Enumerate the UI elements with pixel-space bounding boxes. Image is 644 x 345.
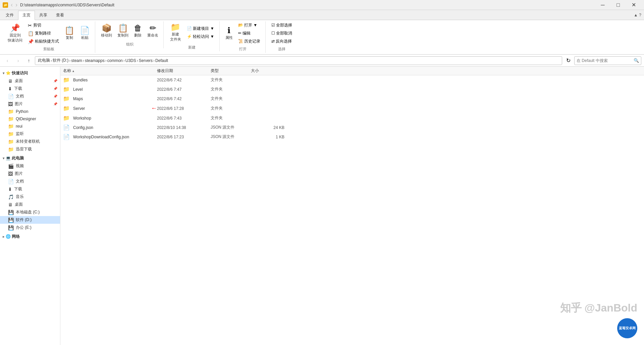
sidebar-section-network: ▸ 🌐 网络 xyxy=(0,233,60,240)
title-forward-btn[interactable]: › xyxy=(15,1,18,8)
crumb-steamapps[interactable]: steamapps xyxy=(85,58,105,63)
paste-button[interactable]: 📄 粘贴 xyxy=(77,25,92,42)
col-header-name[interactable]: 名称 ▴ xyxy=(63,68,157,74)
table-row[interactable]: 📄 Config.json 2022/8/10 14:38 JSON 源文件 2… xyxy=(60,123,644,132)
window-controls: ─ □ ✕ xyxy=(595,0,641,10)
sidebar-item-qtdesigner[interactable]: 📁 QtDesigner xyxy=(0,115,60,123)
sidebar-item-xunlei[interactable]: 📁 迅雷下载 xyxy=(0,145,60,153)
crumb-steam[interactable]: steam xyxy=(71,58,82,63)
pin-to-quickaccess-button[interactable]: 📌 固定到快速访问 xyxy=(5,22,25,45)
table-row[interactable]: 📁 Workshop 2022/8/6 7:43 文件夹 xyxy=(60,114,644,123)
sidebar-item-unturned-label: 未转变者联机 xyxy=(16,139,40,144)
sidebar-thispc-header[interactable]: ▾ 💻 此电脑 xyxy=(0,154,60,162)
crumb-computer[interactable]: 此电脑 xyxy=(38,58,50,63)
crumb-u3ds[interactable]: U3DS xyxy=(125,58,136,63)
file-type-cell: 文件夹 xyxy=(211,77,251,83)
col-header-type[interactable]: 类型 xyxy=(211,68,251,74)
sidebar-item-downloads2[interactable]: ⬇ 下载 xyxy=(0,185,60,193)
quickaccess-arrow: ▾ xyxy=(3,71,4,75)
tab-file[interactable]: 文件 xyxy=(1,11,18,20)
refresh-button[interactable]: ↻ xyxy=(564,56,573,65)
sidebar-item-pictures2[interactable]: 🖼 图片 xyxy=(0,170,60,178)
copy-to-button[interactable]: 📋 复制到 xyxy=(115,22,131,40)
sidebar-item-monitor[interactable]: 📁 监听 xyxy=(0,130,60,138)
sidebar-item-docs2-label: 文档 xyxy=(16,179,24,184)
easy-access-button[interactable]: ⚡ 轻松访问 ▼ xyxy=(184,33,217,41)
properties-button[interactable]: ℹ 属性 xyxy=(223,25,235,42)
reui-folder-icon: 📁 xyxy=(8,124,14,129)
sidebar-item-music-label: 音乐 xyxy=(16,194,24,200)
maximize-button[interactable]: □ xyxy=(610,0,626,10)
crumb-drive[interactable]: 软件 (D:) xyxy=(53,58,68,63)
tab-view[interactable]: 查看 xyxy=(52,11,68,20)
open-button[interactable]: 📂 打开 ▼ xyxy=(236,21,263,29)
ribbon-expand-btn[interactable]: ▲ xyxy=(634,13,638,17)
new-item-button[interactable]: 📄 新建项目 ▼ xyxy=(184,25,217,32)
forward-button[interactable]: › xyxy=(13,56,23,65)
col-header-size[interactable]: 大小 xyxy=(251,68,284,74)
unturned-folder-icon: 📁 xyxy=(8,139,14,144)
sidebar-item-downloads1[interactable]: ⬇ 下载 📌 xyxy=(0,85,60,92)
sidebar-item-docs1[interactable]: 📄 文档 📌 xyxy=(0,92,60,100)
rename-button[interactable]: ✏ 重命名 xyxy=(145,22,161,40)
sidebar-item-drive-c[interactable]: 💾 本地磁盘 (C:) xyxy=(0,208,60,216)
paste-shortcut-button[interactable]: 📌 粘贴快捷方式 xyxy=(25,38,61,45)
file-size-cell: 24 KB xyxy=(251,125,284,130)
moveto-icon: 📦 xyxy=(102,24,112,32)
close-button[interactable]: ✕ xyxy=(626,0,641,10)
ribbon-help-btn[interactable]: ? xyxy=(639,13,641,17)
crumb-common[interactable]: common xyxy=(107,58,123,63)
thispc-label: 💻 此电脑 xyxy=(6,155,24,161)
sidebar-item-python[interactable]: 📁 Python xyxy=(0,108,60,115)
invert-selection-button[interactable]: ⇄ 反向选择 xyxy=(269,38,294,45)
delete-button[interactable]: 🗑 删除 xyxy=(131,22,144,40)
file-rows: 📁 Bundles 2022/8/6 7:42 文件夹 📁 Level 2022… xyxy=(60,75,644,142)
history-button[interactable]: 📜 历史记录 xyxy=(236,38,263,45)
sidebar-item-drive-e[interactable]: 💾 办公 (E:) xyxy=(0,224,60,231)
table-row[interactable]: 📁 Bundles 2022/8/6 7:42 文件夹 xyxy=(60,75,644,85)
edit-button[interactable]: ✏ 编辑 xyxy=(236,29,263,37)
up-button[interactable]: ↑ xyxy=(24,56,34,65)
table-row[interactable]: 📁 Server ← 2022/8/6 17:28 文件夹 xyxy=(60,104,644,114)
sidebar-network-header[interactable]: ▸ 🌐 网络 xyxy=(0,233,60,240)
search-box[interactable]: 🔍 xyxy=(574,56,641,65)
ribbon: 文件 主页 共享 查看 ▲ ? 📌 固定到快速访问 ✂ 剪切 xyxy=(0,10,644,55)
crumb-default[interactable]: Default xyxy=(155,58,168,63)
sidebar-item-unturned[interactable]: 📁 未转变者联机 xyxy=(0,138,60,145)
cut-button[interactable]: ✂ 剪切 xyxy=(25,21,61,29)
sidebar-item-video[interactable]: 🎬 视频 xyxy=(0,162,60,170)
copy-button[interactable]: 📋 复制 xyxy=(62,25,77,42)
properties-icon: ℹ xyxy=(227,26,230,34)
thispc-arrow: ▾ xyxy=(3,156,4,160)
table-row[interactable]: 📄 WorkshopDownloadConfig.json 2022/8/6 1… xyxy=(60,132,644,142)
sidebar-quickaccess-header[interactable]: ▾ ⭐ 快速访问 xyxy=(0,69,60,77)
col-header-date[interactable]: 修改日期 xyxy=(157,68,211,74)
sidebar-item-music[interactable]: 🎵 音乐 xyxy=(0,193,60,201)
tab-share[interactable]: 共享 xyxy=(35,11,52,20)
tab-home[interactable]: 主页 xyxy=(18,11,35,20)
search-input[interactable] xyxy=(577,58,634,63)
sidebar-item-desktop2-label: 桌面 xyxy=(15,202,23,207)
title-back-btn[interactable]: ‹ xyxy=(10,1,13,8)
sidebar-item-video-label: 视频 xyxy=(16,163,24,169)
deselect-all-button[interactable]: ☐ 全部取消 xyxy=(269,29,294,37)
sidebar-item-drive-d[interactable]: 💾 软件 (D:) xyxy=(0,216,60,224)
minimize-button[interactable]: ─ xyxy=(595,0,610,10)
sidebar-item-drive-c-label: 本地磁盘 (C:) xyxy=(16,209,40,215)
sidebar-item-docs2[interactable]: 📄 文档 xyxy=(0,178,60,185)
sidebar-item-pictures1[interactable]: 🖼 图片 📌 xyxy=(0,100,60,108)
sidebar-item-reui[interactable]: 📁 reui xyxy=(0,123,60,130)
crumb-servers[interactable]: Servers xyxy=(139,58,153,63)
address-path[interactable]: 此电脑 › 软件 (D:) › steam › steamapps › comm… xyxy=(35,56,562,65)
new-folder-button[interactable]: 📁 新建文件夹 xyxy=(167,21,184,44)
move-to-button[interactable]: 📦 移动到 xyxy=(99,22,114,40)
copy-path-button[interactable]: 📋 复制路径 xyxy=(25,29,61,37)
select-all-button[interactable]: ☑ 全部选择 xyxy=(269,21,294,29)
back-button[interactable]: ‹ xyxy=(3,56,12,65)
sidebar-item-desktop2[interactable]: 🖥 桌面 xyxy=(0,201,60,208)
table-row[interactable]: 📁 Level 2022/8/6 7:47 文件夹 xyxy=(60,85,644,94)
sort-arrow: ▴ xyxy=(72,69,74,73)
clipboard-label: 剪贴板 xyxy=(43,47,54,52)
sidebar-item-desktop1[interactable]: 🖥 桌面 📌 xyxy=(0,77,60,85)
table-row[interactable]: 📁 Maps 2022/8/6 7:42 文件夹 xyxy=(60,94,644,104)
